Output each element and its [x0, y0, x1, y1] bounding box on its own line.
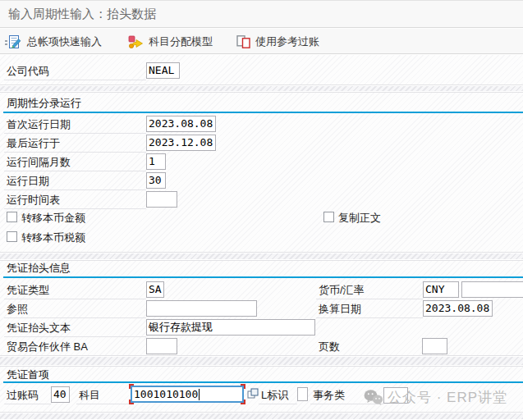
trading-partner-input[interactable] — [146, 338, 177, 354]
interval-months-label-cell: 运行间隔月数 — [4, 153, 146, 171]
section-divider — [0, 85, 523, 92]
reference-label: 参照 — [7, 302, 28, 317]
company-code-label: 公司代码 — [7, 64, 49, 79]
sap-window: 输入周期性输入：抬头数据 总帐项快速输入 科目分配模型 — [0, 0, 523, 420]
header-text-label-cell: 凭证抬头文本 — [4, 319, 146, 337]
translation-date-label-cell: 换算日期 — [316, 300, 423, 318]
copy-texts-checkbox[interactable] — [323, 212, 334, 222]
posting-key-input[interactable]: 40 — [51, 386, 70, 403]
focus-corner — [129, 384, 134, 389]
section-rule — [3, 112, 523, 113]
pages-input[interactable] — [422, 338, 447, 354]
doc-type-label-cell: 凭证类型 — [4, 281, 146, 299]
pages-label: 页数 — [319, 340, 340, 354]
application-toolbar: 总帐项快速输入 科目分配模型 使用参考过账 — [0, 29, 523, 54]
exchange-rate-input[interactable] — [461, 281, 523, 298]
section-divider — [0, 356, 523, 366]
account-input[interactable]: 1001010100 — [131, 386, 244, 403]
gl-fast-entry-button[interactable]: 总帐项快速输入 — [5, 29, 102, 54]
sgl-indicator-label: L标识 — [261, 388, 288, 403]
focus-corner — [241, 399, 245, 404]
run-date-label: 运行日期 — [7, 174, 49, 189]
currency-label-cell: 货币/汇率 — [316, 281, 423, 299]
first-run-date-input[interactable]: 2023.08.08 — [146, 116, 216, 132]
run-schedule-input[interactable] — [146, 191, 177, 208]
first-item-section-title: 凭证首项 — [7, 368, 49, 382]
post-with-reference-button[interactable]: 使用参考过账 — [236, 29, 319, 54]
section-rule — [3, 381, 523, 383]
first-run-date-label: 首次运行日期 — [7, 117, 71, 132]
title-bar: 输入周期性输入：抬头数据 — [0, 0, 523, 28]
interval-months-input[interactable]: 1 — [146, 153, 166, 170]
first-run-date-label-cell: 首次运行日期 — [4, 116, 146, 134]
last-run-date-label: 最后运行于 — [7, 136, 60, 151]
button-label: 总帐项快速输入 — [27, 34, 102, 49]
posting-key-label-cell: 过账码 — [4, 386, 51, 404]
transfer-tax-label: 转移本币税额 — [21, 231, 85, 245]
button-label: 科目分配模型 — [149, 34, 213, 49]
account-model-icon — [128, 35, 144, 48]
button-label: 使用参考过账 — [255, 34, 319, 49]
post-reference-icon — [236, 35, 250, 48]
reference-input[interactable] — [146, 300, 257, 317]
section-divider — [0, 413, 523, 420]
matchcode-icon[interactable] — [247, 388, 259, 399]
translation-date-label: 换算日期 — [319, 302, 361, 317]
page-title: 输入周期性输入：抬头数据 — [8, 7, 156, 22]
section-rule — [3, 276, 523, 278]
transfer-tax-checkbox[interactable] — [7, 231, 17, 242]
run-schedule-label: 运行时间表 — [7, 193, 60, 208]
focus-corner — [129, 399, 134, 404]
run-date-input[interactable]: 30 — [146, 172, 166, 189]
text-cursor — [199, 389, 200, 400]
sgl-indicator-label-cell: L标识 — [259, 386, 297, 404]
interval-months-label: 运行间隔月数 — [7, 155, 71, 170]
copy-texts-label: 复制正文 — [338, 211, 381, 226]
recurring-section-title: 周期性分录运行 — [7, 96, 81, 111]
doc-type-label: 凭证类型 — [7, 283, 49, 298]
doc-header-section-title: 凭证抬头信息 — [7, 261, 71, 276]
header-text-label: 凭证抬头文本 — [7, 321, 71, 336]
run-date-label-cell: 运行日期 — [4, 172, 146, 190]
transfer-amounts-checkbox[interactable] — [7, 212, 17, 222]
account-label: 科目 — [79, 388, 100, 403]
run-schedule-label-cell: 运行时间表 — [4, 191, 146, 209]
company-code-label-cell: 公司代码 — [4, 62, 146, 80]
transaction-type-label: 事务类 — [313, 388, 345, 403]
fast-entry-icon — [5, 35, 22, 48]
header-text-input[interactable]: 银行存款提现 — [146, 319, 315, 336]
translation-date-input[interactable]: 2023.08.08 — [423, 300, 493, 317]
trading-partner-label: 贸易合作伙伴 BA — [7, 340, 88, 354]
currency-input[interactable]: CNY — [423, 281, 459, 298]
reference-label-cell: 参照 — [4, 300, 146, 318]
watermark-text: 公众号 · ERP讲堂 — [388, 388, 507, 407]
last-run-date-label-cell: 最后运行于 — [4, 135, 146, 153]
focus-corner — [241, 384, 245, 389]
doc-type-input[interactable]: SA — [146, 281, 164, 298]
sgl-indicator-input[interactable] — [297, 387, 308, 401]
currency-label: 货币/汇率 — [319, 283, 365, 298]
last-run-date-input[interactable]: 2023.12.08 — [146, 135, 216, 151]
transfer-amounts-label: 转移本币金额 — [21, 211, 85, 226]
trading-partner-label-cell: 贸易合作伙伴 BA — [4, 338, 146, 356]
account-assignment-model-button[interactable]: 科目分配模型 — [128, 29, 213, 54]
section-divider — [0, 253, 523, 260]
wechat-icon — [364, 389, 383, 405]
company-code-input[interactable]: NEAL — [146, 62, 180, 79]
posting-key-label: 过账码 — [7, 388, 39, 403]
pages-label-cell: 页数 — [316, 338, 423, 356]
account-value: 1001010100 — [134, 388, 198, 400]
account-label-cell: 科目 — [76, 386, 131, 404]
